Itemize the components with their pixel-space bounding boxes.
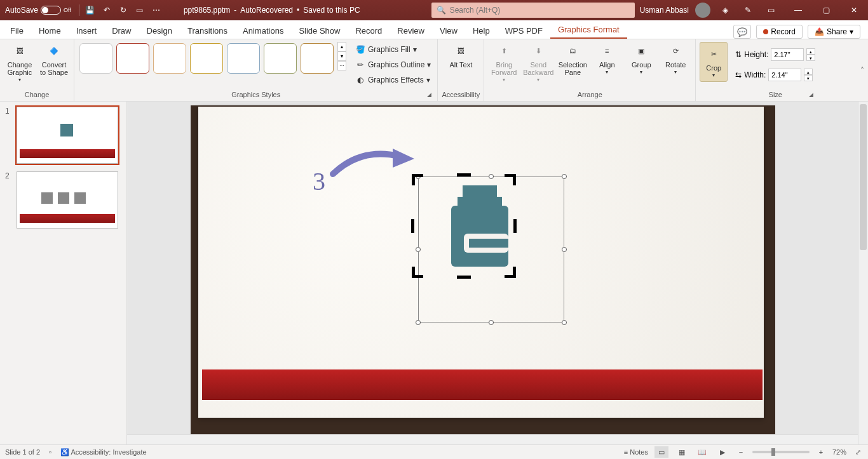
zoom-out-icon[interactable]: − (736, 447, 746, 457)
search-input[interactable] (450, 6, 630, 15)
vertical-scrollbar[interactable] (858, 102, 868, 444)
tab-file[interactable]: File (3, 23, 31, 39)
resize-handle-bm[interactable] (489, 320, 494, 325)
style-swatch-1[interactable] (79, 43, 112, 74)
coming-soon-icon[interactable]: ✎ (741, 3, 755, 17)
minimize-icon[interactable]: — (784, 0, 812, 20)
send-backward-button[interactable]: ⬇ Send Backward ▾ (522, 42, 554, 83)
tab-draw[interactable]: Draw (104, 23, 139, 39)
slide-thumbnails-panel[interactable]: 1 2 (0, 102, 127, 444)
comments-icon[interactable]: 💬 (733, 25, 751, 39)
crop-handle-tl[interactable] (412, 174, 423, 185)
styles-dialog-launcher-icon[interactable]: ◢ (427, 91, 435, 99)
user-avatar-icon[interactable] (695, 3, 710, 18)
accessibility-status[interactable]: ♿ Accessibility: Investigate (60, 448, 147, 456)
tab-insert[interactable]: Insert (69, 23, 105, 39)
horizontal-scrollbar[interactable] (127, 434, 858, 444)
zoom-level[interactable]: 72% (832, 448, 846, 456)
redo-icon[interactable]: ↻ (116, 3, 130, 17)
ribbon-mode-icon[interactable]: ▭ (764, 3, 778, 17)
slide-thumbnail-2[interactable] (17, 171, 118, 229)
selected-graphic-icon[interactable] (451, 185, 508, 267)
crop-handle-br[interactable] (505, 267, 516, 278)
normal-view-icon[interactable]: ▭ (654, 446, 668, 458)
save-icon[interactable]: 💾 (83, 3, 97, 17)
crop-handle-bottom[interactable] (457, 276, 471, 279)
gallery-down-icon[interactable]: ▾ (337, 51, 346, 61)
toggle-switch[interactable] (41, 6, 61, 15)
tab-transitions[interactable]: Transitions (180, 23, 235, 39)
tab-help[interactable]: Help (465, 23, 498, 39)
height-input[interactable] (771, 48, 804, 61)
slide-thumbnail-1[interactable] (17, 107, 118, 164)
undo-icon[interactable]: ↶ (100, 3, 114, 17)
zoom-slider[interactable] (752, 451, 810, 453)
resize-handle-bl[interactable] (416, 320, 421, 325)
qat-customize-icon[interactable]: ⋯ (149, 3, 163, 17)
tab-design[interactable]: Design (139, 23, 180, 39)
slide-sorter-view-icon[interactable]: ▦ (675, 446, 689, 458)
style-swatch-2[interactable] (116, 43, 149, 74)
width-up-icon[interactable]: ▴ (804, 69, 813, 75)
crop-handle-tr[interactable] (505, 174, 516, 185)
graphics-effects-button[interactable]: ◐ Graphics Effects ▾ (353, 72, 433, 88)
tab-home[interactable]: Home (31, 23, 69, 39)
resize-handle-mr[interactable] (562, 247, 567, 252)
convert-to-shape-button[interactable]: 🔷 Convert to Shape (38, 42, 70, 76)
close-icon[interactable]: ✕ (840, 0, 868, 20)
style-swatch-7[interactable] (301, 43, 334, 74)
crop-button[interactable]: ✂ Crop ▾ (700, 42, 728, 82)
width-down-icon[interactable]: ▾ (804, 75, 813, 81)
autosave-toggle[interactable]: AutoSave Off (0, 6, 76, 15)
resize-handle-tr[interactable] (562, 174, 567, 179)
tab-animations[interactable]: Animations (235, 23, 291, 39)
style-swatch-3[interactable] (153, 43, 186, 74)
crop-handle-left[interactable] (411, 219, 414, 233)
gallery-more-icon[interactable]: ⋯ (337, 61, 346, 70)
rotate-button[interactable]: ⟳ Rotate ▾ (660, 42, 691, 76)
search-box[interactable]: 🔍 (431, 3, 635, 18)
style-swatch-5[interactable] (227, 43, 260, 74)
zoom-slider-thumb[interactable] (771, 448, 775, 456)
group-button[interactable]: ▣ Group ▾ (625, 42, 657, 76)
height-up-icon[interactable]: ▴ (806, 48, 815, 55)
slide-indicator[interactable]: Slide 1 of 2 (5, 448, 40, 456)
share-button[interactable]: 📤 Share ▾ (808, 25, 860, 39)
crop-handle-bl[interactable] (412, 267, 423, 278)
width-input[interactable] (768, 69, 801, 81)
tab-wps-pdf[interactable]: WPS PDF (498, 23, 550, 39)
alt-text-button[interactable]: 🖼 Alt Text (445, 42, 477, 69)
maximize-icon[interactable]: ▢ (812, 0, 840, 20)
diamond-icon[interactable]: ◈ (718, 3, 732, 17)
tab-graphics-format[interactable]: Graphics Format (550, 22, 627, 39)
reading-view-icon[interactable]: 📖 (695, 446, 709, 458)
graphics-outline-button[interactable]: ✏ Graphics Outline ▾ (353, 57, 433, 72)
style-swatch-4[interactable] (190, 43, 223, 74)
collapse-ribbon-icon[interactable]: ˄ (860, 66, 864, 75)
change-graphic-button[interactable]: 🖼 Change Graphic ▾ (4, 42, 36, 83)
slide-canvas-area[interactable]: 3 (127, 102, 868, 444)
crop-handle-right[interactable] (513, 219, 517, 233)
bring-forward-button[interactable]: ⬆ Bring Forward ▾ (488, 42, 520, 83)
size-dialog-launcher-icon[interactable]: ◢ (809, 91, 817, 99)
record-button[interactable]: Record (756, 25, 803, 39)
tab-slideshow[interactable]: Slide Show (291, 23, 348, 39)
resize-handle-br[interactable] (562, 320, 567, 325)
slide[interactable]: 3 (198, 107, 764, 418)
slideshow-view-icon[interactable]: ▶ (715, 446, 729, 458)
height-down-icon[interactable]: ▾ (806, 55, 815, 61)
slideshow-from-start-icon[interactable]: ▭ (133, 3, 147, 17)
align-button[interactable]: ≡ Align ▾ (591, 42, 623, 76)
selection-pane-button[interactable]: 🗂 Selection Pane (557, 42, 588, 76)
tab-review[interactable]: Review (390, 23, 432, 39)
tab-view[interactable]: View (432, 23, 465, 39)
zoom-in-icon[interactable]: + (816, 447, 826, 457)
notes-button[interactable]: ≡ Notes (624, 448, 648, 456)
graphics-fill-button[interactable]: 🪣 Graphics Fill ▾ (353, 42, 433, 57)
style-swatch-6[interactable] (264, 43, 297, 74)
fit-to-window-icon[interactable]: ⤢ (853, 447, 863, 457)
gallery-up-icon[interactable]: ▴ (337, 42, 346, 51)
tab-record[interactable]: Record (348, 23, 390, 39)
scrollbar-thumb[interactable] (860, 104, 867, 250)
crop-handle-top[interactable] (457, 173, 471, 176)
